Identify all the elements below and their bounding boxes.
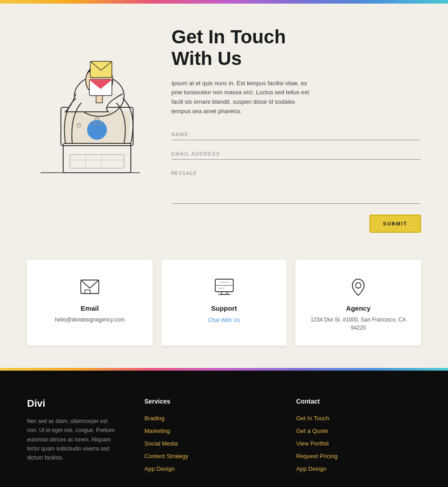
- footer-link-pricing[interactable]: Request Pricing: [296, 453, 338, 459]
- email-icon: [79, 276, 101, 298]
- footer-contact-getintouch: Get In Touch: [296, 414, 421, 422]
- submit-button[interactable]: SUBMIT: [369, 215, 421, 233]
- contact-section: ✕ Get In Touch With Us Ipsum at et quis …: [0, 4, 448, 255]
- rainbow-bar-top: [0, 0, 448, 4]
- agency-card: Agency 1234 Divi St. #1000, San Francisc…: [296, 260, 421, 345]
- footer-service-content: Content Strategy: [144, 452, 269, 460]
- support-icon-area: [173, 276, 276, 298]
- email-card: Email hello@dividesignagency.com: [27, 260, 152, 345]
- submit-row: SUBMIT: [171, 215, 421, 233]
- contact-description: Ipsum at et quis nunc in. Est tempus fac…: [171, 79, 316, 116]
- email-card-detail: hello@dividesignagency.com: [38, 316, 141, 324]
- svg-point-37: [356, 283, 361, 288]
- footer-contact-pricing: Request Pricing: [296, 452, 421, 460]
- footer-link-appdesign-services[interactable]: App Design: [144, 465, 175, 472]
- location-icon: [347, 276, 369, 298]
- footer-link-brading[interactable]: Brading: [144, 415, 165, 422]
- footer-logo: Divi: [27, 398, 117, 409]
- form-area: Get In Touch With Us Ipsum at et quis nu…: [171, 22, 421, 233]
- footer-brand-text: Nec sed ac diam, ullamcorper est non. Ut…: [27, 417, 117, 463]
- svg-text:✕: ✕: [152, 59, 153, 69]
- footer-link-getquote[interactable]: Get a Quote: [296, 427, 328, 434]
- contact-form: SUBMIT: [171, 129, 421, 233]
- footer-services-links: Brading Marketing Social Media Content S…: [144, 414, 269, 473]
- agency-icon-area: [307, 276, 410, 298]
- footer-contact-col: Contact Get In Touch Get a Quote View Po…: [296, 398, 421, 477]
- footer-contact-portfolio: View Portfoli: [296, 439, 421, 447]
- name-input[interactable]: [171, 129, 421, 140]
- footer: Divi Nec sed ac diam, ullamcorper est no…: [0, 371, 448, 487]
- name-field-group: [171, 129, 421, 140]
- footer-services-title: Services: [144, 398, 269, 405]
- svg-point-8: [87, 120, 107, 140]
- message-field-group: [171, 168, 421, 206]
- footer-service-appdesign: App Design: [144, 464, 269, 473]
- footer-service-social: Social Media: [144, 439, 269, 447]
- footer-link-appdesign-contact[interactable]: App Design: [296, 465, 327, 472]
- footer-link-social[interactable]: Social Media: [144, 440, 178, 447]
- footer-link-marketing[interactable]: Marketing: [144, 427, 170, 434]
- email-field-group: [171, 148, 421, 160]
- footer-services-col: Services Brading Marketing Social Media …: [144, 398, 269, 477]
- footer-link-portfolio[interactable]: View Portfoli: [296, 440, 329, 447]
- footer-link-getintouch[interactable]: Get In Touch: [296, 415, 329, 422]
- agency-card-detail: 1234 Divi St. #1000, San Francisco, CA 9…: [307, 316, 410, 332]
- footer-top: Divi Nec sed ac diam, ullamcorper est no…: [27, 398, 421, 477]
- footer-service-marketing: Marketing: [144, 427, 269, 435]
- footer-contact-title: Contact: [296, 398, 421, 405]
- svg-rect-35: [222, 292, 227, 294]
- message-textarea[interactable]: [171, 168, 421, 204]
- footer-contact-appdesign: App Design: [296, 464, 421, 473]
- email-card-title: Email: [38, 304, 141, 312]
- illustration-area: ✕: [27, 22, 153, 186]
- cards-section: Email hello@dividesignagency.com Support…: [0, 255, 448, 368]
- support-chat-link[interactable]: Chat With Us: [208, 317, 240, 323]
- contact-wrapper: ✕ Get In Touch With Us Ipsum at et quis …: [27, 22, 421, 233]
- contact-title: Get In Touch With Us: [171, 26, 421, 70]
- support-card: Support Chat With Us: [162, 260, 287, 345]
- footer-contact-links: Get In Touch Get a Quote View Portfoli R…: [296, 414, 421, 473]
- contact-illustration: ✕: [27, 22, 153, 184]
- svg-rect-29: [85, 290, 90, 294]
- email-input[interactable]: [171, 148, 421, 160]
- footer-service-brading: Brading: [144, 414, 269, 422]
- footer-brand: Divi Nec sed ac diam, ullamcorper est no…: [27, 398, 117, 477]
- footer-link-content[interactable]: Content Strategy: [144, 453, 189, 459]
- agency-card-title: Agency: [307, 304, 410, 312]
- support-icon: [213, 276, 236, 298]
- support-card-title: Support: [173, 304, 276, 312]
- email-icon-area: [38, 276, 141, 298]
- svg-rect-2: [70, 155, 124, 168]
- footer-contact-getquote: Get a Quote: [296, 427, 421, 435]
